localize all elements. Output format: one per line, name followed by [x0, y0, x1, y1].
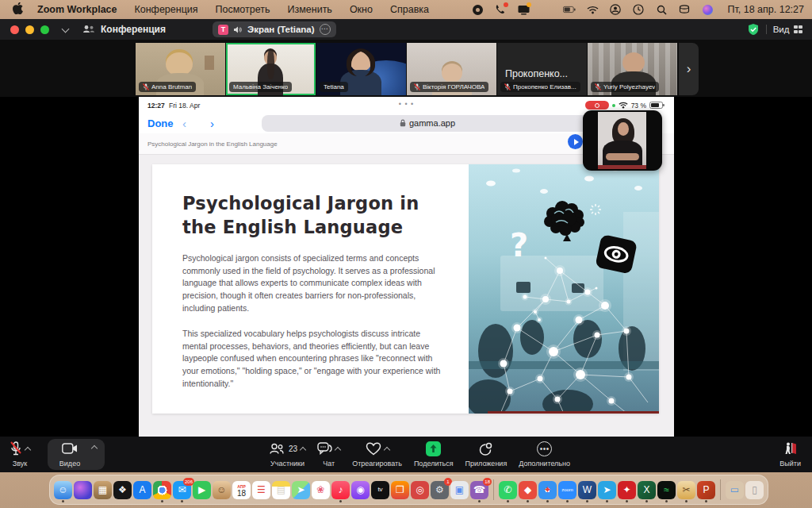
back-button[interactable]: ‹	[182, 117, 186, 130]
chevron-right-icon: ›	[687, 61, 691, 77]
share-screen-button[interactable]: Поделиться	[414, 440, 454, 468]
react-chevron[interactable]	[385, 446, 389, 451]
share-pill-label: Экран (Tetiana)	[247, 25, 315, 34]
dock-red-diamond-app-icon[interactable]: ◆	[519, 481, 537, 499]
pip-self-video[interactable]	[583, 110, 662, 171]
stack-status-icon[interactable]	[678, 3, 691, 16]
display-status-icon[interactable]	[517, 3, 530, 16]
running-indicator-dot	[606, 500, 608, 502]
react-button[interactable]: Отреагировать	[352, 440, 402, 468]
apple-menu-icon[interactable]	[13, 2, 23, 17]
dock-calendar-icon[interactable]: апр18	[232, 481, 251, 499]
apps-button[interactable]: Приложения	[465, 440, 508, 468]
address-bar[interactable]: gamma.app	[262, 115, 593, 132]
menu-item-view[interactable]: Посмотреть	[216, 4, 270, 15]
participant-tile-prokopenko[interactable]: Прокопенко... Прокопенко Елизав...	[497, 43, 587, 95]
dock-dark-tiles-app-icon[interactable]: ❖	[113, 481, 132, 499]
menu-item-window[interactable]: Окно	[350, 4, 373, 15]
dock-printer-icon[interactable]: ▣	[450, 481, 469, 499]
dock-finder-icon[interactable]: ☺	[54, 481, 72, 499]
menu-item-conference[interactable]: Конференция	[134, 4, 197, 15]
close-window-button[interactable]	[10, 25, 19, 34]
dock-telegram-icon[interactable]: ➤	[598, 481, 616, 499]
dock-zoom-icon[interactable]: zoom	[558, 481, 576, 499]
dock-photo-booth-icon[interactable]: ◎	[411, 481, 429, 499]
clock-status-icon[interactable]	[632, 3, 645, 16]
siri-icon[interactable]	[701, 3, 714, 16]
battery-status-icon[interactable]	[563, 3, 576, 16]
dock-mail-icon[interactable]: ✉206	[173, 481, 191, 499]
keyboard-flag-icon[interactable]	[540, 3, 553, 16]
participant-tile-yuriy[interactable]: Yuriy Polyezhayev	[588, 43, 677, 95]
participant-tile-anna[interactable]: Anna Brutman	[136, 43, 225, 95]
view-button[interactable]: Вид	[773, 25, 802, 34]
dock-system-settings-icon[interactable]: ⚙1	[431, 481, 449, 499]
menu-bar-clock[interactable]: Пт, 18 апр. 12:27	[727, 4, 804, 15]
dock-apple-tv-icon[interactable]: tv	[371, 481, 389, 499]
menu-item-app[interactable]: Zoom Workplace	[37, 4, 117, 15]
participant-tile-viktoria[interactable]: Вікторія ГОРЛАЧОВА	[407, 43, 496, 95]
minimize-window-button[interactable]	[25, 25, 34, 34]
muted-mic-icon	[143, 83, 149, 90]
chat-button[interactable]: Чат	[317, 440, 340, 468]
dock-facetime-icon[interactable]: ▶	[193, 481, 211, 499]
zoom-window-button[interactable]	[40, 25, 49, 34]
next-participants-button[interactable]: ›	[679, 43, 699, 95]
more-button[interactable]: ••• Дополнительно	[519, 440, 570, 468]
leave-button[interactable]: Выйти	[779, 440, 801, 468]
screen-share-pill[interactable]: T Экран (Tetiana) ⋯	[213, 21, 336, 37]
dock-trash-icon[interactable]: ▯	[745, 481, 764, 499]
user-status-icon[interactable]	[609, 3, 622, 16]
dock-safari-icon[interactable]: ✦	[538, 481, 557, 499]
dock-notes-icon[interactable]: ▤	[272, 481, 290, 499]
dock-powerpoint-icon[interactable]: P	[697, 481, 715, 499]
chevron-down-icon[interactable]	[62, 26, 68, 33]
speaker-icon	[233, 25, 243, 34]
share-pill-more-button[interactable]: ⋯	[320, 24, 331, 35]
participant-name-badge: Yuriy Polyezhayev	[591, 82, 659, 92]
participant-tile-malvina[interactable]: Мальвіна Заіченко	[226, 43, 316, 95]
dock-viber-icon[interactable]: ☎18	[470, 481, 488, 499]
menu-item-edit[interactable]: Изменить	[288, 4, 332, 15]
present-play-button[interactable]	[568, 134, 583, 149]
dock-podcasts-icon[interactable]: ◉	[351, 481, 370, 499]
audio-options-chevron[interactable]	[25, 446, 30, 451]
zoom-title-bar: Конференция T Экран (Tetiana) ⋯ Вид	[0, 19, 812, 40]
camera-status-icon[interactable]	[471, 3, 484, 16]
window-title-group: Конференция	[82, 24, 166, 35]
security-shield-icon[interactable]	[747, 23, 760, 36]
dock-photos-icon[interactable]: ❀	[312, 481, 330, 499]
video-options-chevron[interactable]	[92, 444, 102, 454]
wifi-status-icon[interactable]	[586, 3, 599, 16]
menu-item-help[interactable]: Справка	[390, 4, 429, 15]
participants-button[interactable]: 23 Участники	[270, 440, 305, 468]
ios-battery-icon	[649, 102, 663, 109]
dock-music-icon[interactable]: ♪	[331, 481, 350, 499]
dock-messages-widget-icon[interactable]: ▭	[726, 481, 744, 499]
phone-status-icon[interactable]	[494, 3, 507, 16]
done-button[interactable]: Done	[147, 117, 174, 129]
video-button[interactable]: Видео	[48, 440, 92, 468]
participants-chevron[interactable]	[301, 446, 305, 451]
dock-books-icon[interactable]: ❐	[391, 481, 409, 499]
dock-siri-icon[interactable]	[74, 481, 92, 499]
audio-button[interactable]: Звук	[10, 440, 30, 468]
dock-app-store-icon[interactable]: A	[133, 481, 151, 499]
dock-maps-icon[interactable]: ➤	[292, 481, 310, 499]
recording-indicator[interactable]	[585, 101, 609, 110]
dock-chrome-icon[interactable]	[153, 481, 171, 499]
dock-acrobat-icon[interactable]: ✦	[618, 481, 636, 499]
dock-whatsapp-icon[interactable]: ✆	[499, 481, 517, 499]
dock-reminders-icon[interactable]: ☰	[252, 481, 270, 499]
dock-cut-app-icon[interactable]: ✂	[677, 481, 695, 499]
search-icon[interactable]	[655, 3, 668, 16]
chat-chevron[interactable]	[335, 446, 340, 451]
dock-audio-waveform-app-icon[interactable]: ≈	[657, 481, 676, 499]
dock-launchpad-icon[interactable]: ▦	[94, 481, 112, 499]
dock-word-icon[interactable]: W	[578, 481, 596, 499]
dock-excel-icon[interactable]: X	[638, 481, 656, 499]
dock-contacts-icon[interactable]: ☺	[213, 481, 231, 499]
forward-button[interactable]: ›	[210, 117, 214, 130]
participant-tile-tetiana[interactable]: Tetiana	[316, 43, 406, 95]
running-indicator-dot	[665, 500, 668, 502]
